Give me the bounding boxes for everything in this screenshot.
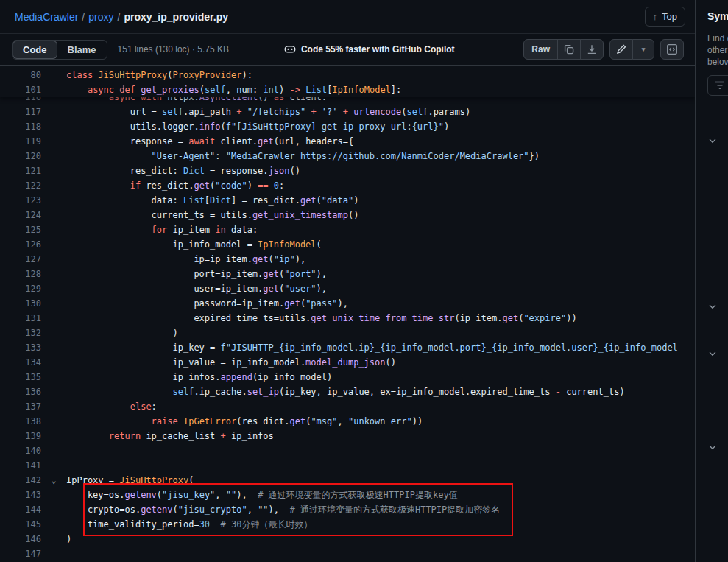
back-to-top-label: Top bbox=[662, 11, 677, 22]
line-number[interactable]: 119 bbox=[0, 134, 41, 149]
line-number[interactable]: 140 bbox=[0, 443, 41, 458]
line-number[interactable]: 139 bbox=[0, 429, 41, 443]
line-number[interactable]: 147 bbox=[0, 547, 41, 561]
line-number[interactable]: 141 bbox=[0, 458, 41, 473]
fold-spacer bbox=[41, 414, 66, 429]
chevron-down-icon: ▾ bbox=[642, 46, 646, 53]
fold-spacer bbox=[41, 488, 66, 502]
symbol-expander-chevron-icon[interactable] bbox=[707, 442, 718, 452]
breadcrumb-repo-link[interactable]: MediaCrawler bbox=[15, 11, 78, 23]
line-number[interactable]: 122 bbox=[0, 178, 41, 193]
line-number[interactable]: 146 bbox=[0, 532, 41, 547]
fold-spacer bbox=[41, 222, 66, 237]
line-number[interactable]: 143 bbox=[0, 488, 41, 502]
code-text: url = self.api_path + "/fetchips" + '?' … bbox=[66, 105, 696, 119]
breadcrumb-separator: / bbox=[117, 11, 120, 23]
tab-blame[interactable]: Blame bbox=[57, 41, 107, 59]
pencil-icon bbox=[615, 43, 627, 55]
line-number[interactable]: 101 bbox=[0, 82, 41, 97]
fold-chevron-icon[interactable]: ⌄ bbox=[41, 473, 66, 488]
fold-spacer bbox=[41, 164, 66, 178]
line-number[interactable]: 130 bbox=[0, 296, 41, 311]
breadcrumb-folder-link[interactable]: proxy bbox=[88, 11, 113, 23]
line-number[interactable]: 132 bbox=[0, 326, 41, 340]
code-text: self.ip_cache.set_ip(ip_key, ip_value, e… bbox=[66, 384, 696, 399]
fold-spacer bbox=[41, 517, 66, 532]
code-line: 142⌄IpProxy = JiSuHttpProxy( bbox=[0, 473, 696, 488]
line-number[interactable]: 134 bbox=[0, 355, 41, 370]
symbol-expander-chevron-icon[interactable] bbox=[707, 136, 718, 146]
symbols-description-line: below or in the code. bbox=[707, 56, 728, 68]
symbols-panel-toggle-button[interactable] bbox=[660, 39, 684, 60]
download-icon bbox=[586, 43, 598, 55]
tab-code[interactable]: Code bbox=[13, 41, 57, 59]
code-line: 125 for ip_item in data: bbox=[0, 222, 696, 237]
symbols-panel-description: Find definitions and references for func… bbox=[707, 32, 728, 68]
line-number[interactable]: 123 bbox=[0, 193, 41, 208]
code-text: current_ts = utils.get_unix_timestamp() bbox=[66, 208, 696, 222]
code-line: 122 if res_dict.get("code") == 0: bbox=[0, 178, 696, 193]
code-line: 144 crypto=os.getenv("jisu_crypto", ""),… bbox=[0, 502, 696, 517]
line-number[interactable]: 145 bbox=[0, 517, 41, 532]
raw-button[interactable]: Raw bbox=[523, 39, 558, 60]
line-number[interactable]: 121 bbox=[0, 164, 41, 178]
line-number[interactable]: 120 bbox=[0, 149, 41, 164]
code-blame-switch: Code Blame bbox=[12, 40, 107, 60]
code-text: ip_key = f"JISUHTTP_{ip_info_model.ip}_{… bbox=[66, 340, 696, 355]
back-to-top-button[interactable]: ↑ Top bbox=[645, 7, 685, 27]
fold-spacer bbox=[41, 178, 66, 193]
file-actions: Raw bbox=[523, 39, 684, 60]
code-line: 130 password=ip_item.get("pass"), bbox=[0, 296, 696, 311]
line-number[interactable]: 137 bbox=[0, 399, 41, 414]
copilot-banner[interactable]: Code 55% faster with GitHub Copilot bbox=[284, 43, 455, 55]
symbol-expander-chevron-icon[interactable] bbox=[707, 348, 718, 359]
filter-symbols-input[interactable] bbox=[707, 75, 728, 96]
code-line: 138 raise IpGetError(res_dict.get("msg",… bbox=[0, 414, 696, 429]
line-number[interactable]: 144 bbox=[0, 502, 41, 517]
code-line: 131 expired_time_ts=utils.get_unix_time_… bbox=[0, 311, 696, 326]
copilot-icon bbox=[284, 43, 296, 55]
code-line: 118 utils.logger.info(f"[JiSuHttpProxy] … bbox=[0, 119, 696, 134]
line-number[interactable]: 117 bbox=[0, 105, 41, 119]
fold-spacer bbox=[41, 252, 66, 267]
fold-spacer bbox=[41, 326, 66, 340]
arrow-up-icon: ↑ bbox=[653, 11, 658, 22]
line-number[interactable]: 142 bbox=[0, 473, 41, 488]
line-number[interactable]: 138 bbox=[0, 414, 41, 429]
copy-raw-button[interactable] bbox=[557, 39, 581, 60]
code-text bbox=[66, 547, 696, 561]
line-number[interactable]: 129 bbox=[0, 281, 41, 296]
line-number[interactable]: 125 bbox=[0, 222, 41, 237]
line-number[interactable]: 136 bbox=[0, 384, 41, 399]
code-text: res_dict: Dict = response.json() bbox=[66, 164, 696, 178]
line-number[interactable]: 127 bbox=[0, 252, 41, 267]
line-number[interactable]: 80 bbox=[0, 68, 41, 82]
line-number[interactable]: 126 bbox=[0, 237, 41, 252]
symbol-expander-chevron-icon[interactable] bbox=[707, 301, 718, 312]
code-line: 119 response = await client.get(url, hea… bbox=[0, 134, 696, 149]
code-square-icon bbox=[666, 43, 678, 55]
code-text: ip_info_model = IpInfoModel( bbox=[66, 237, 696, 252]
line-number[interactable]: 133 bbox=[0, 340, 41, 355]
code-text: else: bbox=[66, 399, 696, 414]
code-line: 140 bbox=[0, 443, 696, 458]
code-line: 129 user=ip_item.get("user"), bbox=[0, 281, 696, 296]
code-text: ) bbox=[66, 532, 696, 547]
line-number[interactable]: 118 bbox=[0, 119, 41, 134]
edit-dropdown-button[interactable]: ▾ bbox=[632, 39, 654, 60]
line-number[interactable]: 135 bbox=[0, 370, 41, 384]
raw-button-group: Raw bbox=[523, 39, 604, 60]
fold-spacer bbox=[41, 532, 66, 547]
download-raw-button[interactable] bbox=[580, 39, 604, 60]
fold-spacer bbox=[41, 281, 66, 296]
code-text: crypto=os.getenv("jisu_crypto", ""), # 通… bbox=[66, 502, 696, 517]
code-text: ) bbox=[66, 326, 696, 340]
line-number[interactable]: 131 bbox=[0, 311, 41, 326]
code-text: port=ip_item.get("port"), bbox=[66, 267, 696, 281]
fold-spacer bbox=[41, 134, 66, 149]
code-text bbox=[66, 458, 696, 473]
edit-file-button[interactable] bbox=[609, 39, 633, 60]
line-number[interactable]: 128 bbox=[0, 267, 41, 281]
filter-icon bbox=[714, 80, 726, 91]
line-number[interactable]: 124 bbox=[0, 208, 41, 222]
